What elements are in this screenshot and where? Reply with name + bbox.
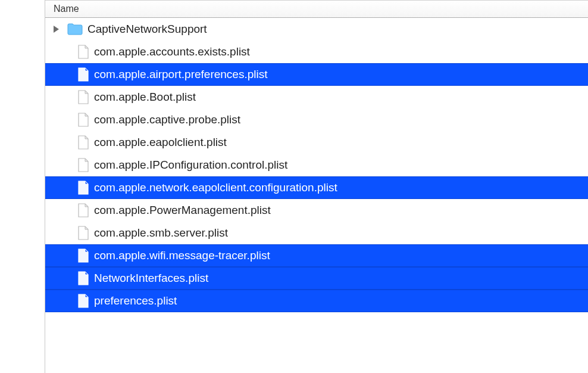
file-icon (77, 226, 89, 240)
disclosure-triangle-icon[interactable] (54, 26, 59, 33)
file-name-label: com.apple.Boot.plist (94, 91, 196, 104)
file-name-label: preferences.plist (94, 294, 177, 307)
list-item[interactable]: com.apple.airport.preferences.plist (45, 63, 588, 86)
file-icon (77, 181, 89, 195)
list-item[interactable]: com.apple.network.eapolclient.configurat… (45, 176, 588, 199)
folder-icon (67, 23, 83, 36)
list-item[interactable]: com.apple.accounts.exists.plist (45, 41, 588, 63)
file-name-label: com.apple.airport.preferences.plist (94, 68, 267, 81)
file-icon (77, 67, 89, 82)
column-header-name: Name (54, 4, 79, 14)
list-item[interactable]: com.apple.eapolclient.plist (45, 131, 588, 154)
file-name-label: com.apple.accounts.exists.plist (94, 45, 250, 58)
file-name-label: com.apple.PowerManagement.plist (94, 204, 271, 217)
file-icon (77, 135, 89, 150)
file-icon (77, 45, 89, 59)
file-name-label: com.apple.network.eapolclient.configurat… (94, 181, 337, 194)
file-name-label: com.apple.IPConfiguration.control.plist (94, 158, 287, 172)
file-name-label: com.apple.captive.probe.plist (94, 113, 240, 126)
file-name-label: CaptiveNetworkSupport (87, 23, 207, 36)
list-item[interactable]: com.apple.Boot.plist (45, 86, 588, 108)
file-icon (77, 271, 89, 285)
file-name-label: NetworkInterfaces.plist (94, 272, 208, 285)
list-item[interactable]: com.apple.smb.server.plist (45, 222, 588, 244)
column-header[interactable]: Name (45, 0, 588, 18)
list-item[interactable]: com.apple.PowerManagement.plist (45, 199, 588, 222)
list-item[interactable]: com.apple.wifi.message-tracer.plist (45, 244, 588, 267)
file-icon (77, 203, 89, 217)
file-icon (77, 90, 89, 104)
file-icon (77, 294, 89, 308)
rows-container: CaptiveNetworkSupportcom.apple.accounts.… (45, 18, 588, 373)
list-item[interactable]: com.apple.IPConfiguration.control.plist (45, 154, 588, 176)
list-item[interactable]: preferences.plist (45, 290, 588, 312)
file-name-label: com.apple.wifi.message-tracer.plist (94, 249, 270, 262)
list-item[interactable]: NetworkInterfaces.plist (45, 267, 588, 290)
file-icon (77, 158, 89, 172)
file-icon (77, 248, 89, 263)
file-name-label: com.apple.smb.server.plist (94, 226, 228, 240)
file-list-panel: Name CaptiveNetworkSupportcom.apple.acco… (45, 0, 588, 373)
list-item[interactable]: com.apple.captive.probe.plist (45, 108, 588, 131)
file-name-label: com.apple.eapolclient.plist (94, 136, 227, 149)
left-gutter (0, 0, 45, 373)
list-item[interactable]: CaptiveNetworkSupport (45, 18, 588, 41)
finder-list-panel: Name CaptiveNetworkSupportcom.apple.acco… (0, 0, 588, 373)
file-icon (77, 113, 89, 127)
